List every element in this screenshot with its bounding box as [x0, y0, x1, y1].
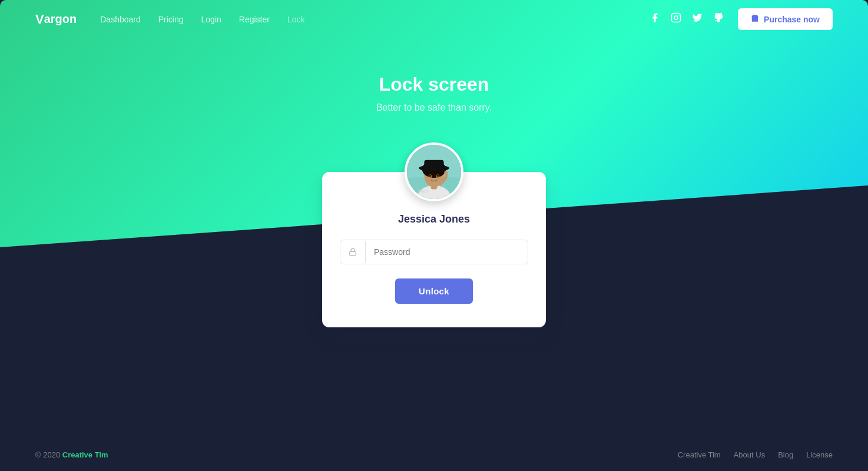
user-name: Jessica Jones: [398, 213, 470, 225]
footer-link-about-us[interactable]: About Us: [734, 450, 765, 459]
footer-link-blog[interactable]: Blog: [778, 450, 793, 459]
nav-lock[interactable]: Lock: [287, 15, 305, 24]
svg-point-1: [674, 16, 678, 19]
page-title: Lock screen: [379, 74, 489, 95]
svg-point-16: [437, 175, 439, 177]
footer: © 2020 Creative Tim Creative Tim About U…: [0, 439, 868, 471]
footer-link-license[interactable]: License: [806, 450, 833, 459]
footer-links: Creative Tim About Us Blog License: [678, 450, 833, 459]
nav-links: Dashboard Pricing Login Register Lock: [100, 15, 650, 24]
unlock-button[interactable]: Unlock: [395, 278, 473, 304]
avatar-wrapper: DAILY: [405, 142, 463, 201]
purchase-label: Purchase now: [764, 15, 820, 24]
svg-text:DAILY: DAILY: [418, 189, 429, 193]
page-subtitle: Better to be safe than sorry.: [376, 102, 492, 113]
nav-pricing[interactable]: Pricing: [158, 15, 184, 24]
svg-rect-12: [424, 160, 443, 171]
github-icon[interactable]: [713, 12, 724, 26]
svg-point-15: [429, 175, 432, 177]
copyright-year: © 2020: [35, 450, 60, 459]
nav-register[interactable]: Register: [239, 15, 270, 24]
lock-card: DAILY: [322, 172, 546, 327]
svg-point-2: [678, 15, 679, 16]
social-links: [650, 12, 724, 26]
nav-dashboard[interactable]: Dashboard: [100, 15, 141, 24]
main-content: Lock screen Better to be safe than sorry…: [0, 38, 868, 327]
brand-logo[interactable]: Vargon: [35, 12, 77, 27]
instagram-icon[interactable]: [671, 12, 681, 26]
lock-icon-wrapper: [340, 241, 366, 263]
password-input[interactable]: [366, 240, 528, 264]
svg-rect-0: [672, 14, 681, 22]
footer-brand-link[interactable]: Creative Tim: [62, 450, 108, 459]
svg-rect-18: [350, 251, 356, 255]
footer-link-creative-tim[interactable]: Creative Tim: [678, 450, 721, 459]
svg-point-17: [444, 171, 448, 174]
cart-icon: [751, 14, 759, 24]
avatar: DAILY: [407, 145, 461, 199]
brand-v: V: [35, 12, 44, 27]
lock-icon: [349, 248, 357, 256]
footer-copyright: © 2020 Creative Tim: [35, 450, 108, 459]
brand-name: argon: [44, 12, 77, 26]
facebook-icon[interactable]: [650, 12, 660, 26]
purchase-button[interactable]: Purchase now: [738, 8, 833, 30]
navbar: Vargon Dashboard Pricing Login Register …: [0, 0, 868, 38]
twitter-icon[interactable]: [692, 12, 703, 26]
password-input-group: [340, 240, 528, 264]
nav-login[interactable]: Login: [201, 15, 221, 24]
